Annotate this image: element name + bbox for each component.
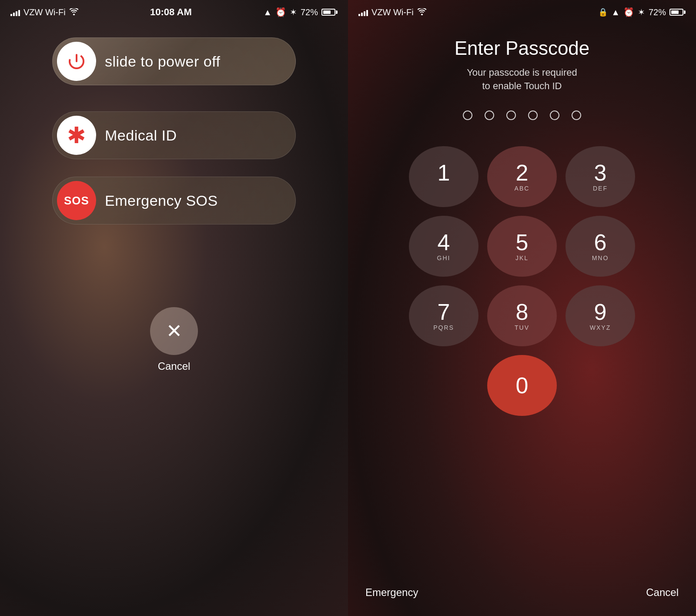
- passcode-subtitle: Your passcode is requiredto enable Touch…: [467, 66, 577, 93]
- sos-badge: SOS: [64, 194, 89, 208]
- digit-3: 3: [594, 161, 607, 184]
- num-button-8[interactable]: 8 TUV: [487, 285, 557, 346]
- alarm-icon: ⏰: [275, 7, 286, 17]
- digit-7: 7: [438, 301, 450, 323]
- sos-icon-circle: SOS: [57, 181, 96, 220]
- digit-5: 5: [516, 231, 529, 254]
- bluetooth-icon: ✶: [290, 7, 297, 17]
- right-battery-icon: [669, 9, 686, 16]
- right-carrier-label: VZW Wi-Fi: [371, 7, 414, 17]
- passcode-dot-6: [572, 110, 581, 120]
- left-time: 10:08 AM: [150, 7, 192, 18]
- right-status-right: 🔒 ▲ ⏰ ✶ 72%: [598, 7, 686, 17]
- passcode-dot-3: [506, 110, 516, 120]
- right-location-icon: ▲: [611, 7, 620, 17]
- emergency-sos-button[interactable]: SOS Emergency SOS: [52, 177, 296, 224]
- empty-cell-left: [409, 355, 478, 416]
- digit-6: 6: [594, 231, 607, 254]
- letters-9: WXYZ: [590, 324, 611, 331]
- num-button-4[interactable]: 4 GHI: [409, 216, 478, 277]
- letters-3: DEF: [593, 185, 608, 192]
- num-button-9[interactable]: 9 WXYZ: [566, 285, 635, 346]
- letters-4: GHI: [437, 254, 451, 261]
- left-status-right: ▲ ⏰ ✶ 72%: [263, 7, 338, 17]
- empty-cell-right: [566, 355, 635, 416]
- digit-0: 0: [516, 374, 529, 397]
- asterisk-icon: ✱: [67, 124, 86, 147]
- digit-9: 9: [594, 301, 607, 323]
- right-main-content: Enter Passcode Your passcode is required…: [348, 24, 696, 442]
- right-signal-bars: [358, 8, 368, 16]
- digit-8: 8: [516, 301, 529, 323]
- close-icon: ✕: [166, 321, 182, 341]
- location-icon: ▲: [263, 7, 272, 17]
- battery-percent: 72%: [301, 7, 318, 17]
- emergency-bottom-button[interactable]: Emergency: [365, 586, 418, 599]
- right-status-left: VZW Wi-Fi: [358, 7, 427, 17]
- signal-bars: [10, 8, 20, 16]
- enter-passcode-title: Enter Passcode: [455, 37, 590, 59]
- letters-5: JKL: [515, 254, 529, 261]
- left-status-bar: VZW Wi-Fi 10:08 AM ▲ ⏰ ✶ 72%: [0, 0, 348, 24]
- letters-6: MNO: [592, 254, 609, 261]
- passcode-dot-5: [550, 110, 559, 120]
- lock-icon: 🔒: [598, 7, 608, 17]
- digit-1: 1: [438, 161, 450, 184]
- num-button-5[interactable]: 5 JKL: [487, 216, 557, 277]
- left-main-content: slide to power off ✱ Medical ID SOS Emer…: [0, 24, 348, 272]
- num-button-0[interactable]: 0: [487, 355, 557, 416]
- letters-8: TUV: [515, 324, 529, 331]
- emergency-sos-label: Emergency SOS: [105, 192, 218, 209]
- medical-id-label: Medical ID: [105, 127, 177, 144]
- medical-icon-circle: ✱: [57, 116, 96, 155]
- num-button-2[interactable]: 2 ABC: [487, 146, 557, 207]
- digit-2: 2: [516, 161, 529, 184]
- carrier-label: VZW Wi-Fi: [23, 7, 66, 17]
- right-alarm-icon: ⏰: [623, 7, 634, 17]
- num-button-6[interactable]: 6 MNO: [566, 216, 635, 277]
- passcode-dots: [463, 110, 581, 120]
- right-bottom-bar: Emergency Cancel: [348, 586, 696, 616]
- num-button-1[interactable]: 1: [409, 146, 478, 207]
- power-icon-circle: [57, 42, 96, 81]
- left-screen: VZW Wi-Fi 10:08 AM ▲ ⏰ ✶ 72%: [0, 0, 348, 616]
- num-button-3[interactable]: 3 DEF: [566, 146, 635, 207]
- right-battery-percent: 72%: [649, 7, 666, 17]
- passcode-dot-2: [485, 110, 494, 120]
- numpad: 1 2 ABC 3 DEF 4 GHI 5 JKL 6 MNO: [409, 146, 635, 416]
- power-off-button[interactable]: slide to power off: [52, 37, 296, 85]
- letters-2: ABC: [515, 185, 530, 192]
- right-bluetooth-icon: ✶: [638, 7, 645, 17]
- right-wifi-icon: [417, 7, 427, 17]
- right-screen: VZW Wi-Fi 🔒 ▲ ⏰ ✶ 72% Enter Passcode: [348, 0, 696, 616]
- digit-4: 4: [438, 231, 450, 254]
- cancel-area: ✕ Cancel: [150, 307, 198, 372]
- passcode-dot-4: [528, 110, 538, 120]
- cancel-bottom-button[interactable]: Cancel: [646, 586, 679, 599]
- medical-id-button[interactable]: ✱ Medical ID: [52, 111, 296, 159]
- battery-icon: [321, 9, 338, 16]
- left-status-left: VZW Wi-Fi: [10, 7, 79, 17]
- num-button-7[interactable]: 7 PQRS: [409, 285, 478, 346]
- cancel-button[interactable]: ✕: [150, 307, 198, 355]
- wifi-icon: [69, 7, 79, 17]
- right-status-bar: VZW Wi-Fi 🔒 ▲ ⏰ ✶ 72%: [348, 0, 696, 24]
- power-off-label: slide to power off: [105, 53, 220, 70]
- letters-7: PQRS: [433, 324, 454, 331]
- passcode-dot-1: [463, 110, 472, 120]
- cancel-label: Cancel: [158, 360, 191, 372]
